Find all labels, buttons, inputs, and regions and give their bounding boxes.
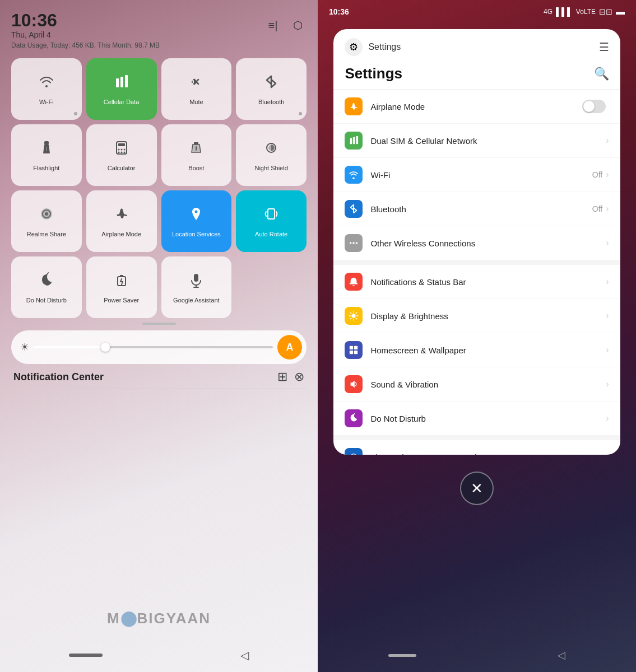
settings-search-icon[interactable]: 🔍	[594, 67, 609, 81]
settings-item-airplane-mode[interactable]: Airplane Mode	[333, 90, 620, 124]
tile-boost[interactable]: Boost	[161, 124, 232, 186]
tile-realme-share[interactable]: Realme Share	[11, 190, 82, 252]
svg-point-13	[123, 152, 125, 153]
settings-list: Airplane Mode Dual SIM & Cellular Networ…	[333, 90, 620, 455]
sound-label: Sound & Vibration	[370, 380, 606, 389]
svg-point-34	[350, 242, 352, 244]
airplane-mode-label: Airplane Mode	[370, 102, 582, 111]
back-button-right[interactable]: ◁	[558, 649, 565, 661]
scroll-indicator	[11, 323, 307, 325]
wifi-icon	[39, 74, 54, 94]
svg-point-35	[353, 242, 355, 244]
list-icon[interactable]: ≡|	[264, 16, 282, 34]
display-label: Display & Brightness	[370, 311, 606, 321]
svg-point-9	[120, 149, 122, 151]
brightness-slider[interactable]	[34, 346, 273, 348]
tile-airplane[interactable]: Airplane Mode	[86, 190, 157, 252]
tile-calculator[interactable]: Calculator	[86, 124, 157, 186]
settings-dot-icon[interactable]: ⬡	[289, 16, 307, 34]
dnd-chevron: ›	[606, 413, 609, 423]
tile-mute[interactable]: Mute	[161, 58, 232, 120]
signal-bars-icon: ▌▌▌	[556, 7, 573, 16]
calculator-icon	[114, 140, 129, 160]
tile-auto-rotate[interactable]: Auto Rotate	[236, 190, 307, 252]
settings-search-row: Settings 🔍	[333, 63, 620, 90]
settings-main-title: Settings	[345, 65, 402, 82]
tile-power-saver[interactable]: Power Saver	[86, 256, 157, 318]
tile-dnd[interactable]: Do Not Disturb	[11, 256, 82, 318]
tile-wifi[interactable]: Wi-Fi	[11, 58, 82, 120]
tile-dot	[74, 112, 77, 115]
close-icon: ✕	[471, 480, 483, 497]
auto-brightness-button[interactable]: A	[277, 335, 302, 360]
settings-item-homescreen[interactable]: Homescreen & Wallpaper ›	[333, 333, 620, 367]
wifi-setting-icon	[345, 166, 363, 184]
svg-rect-28	[194, 274, 198, 282]
data-usage-text: Data Usage, Today: 456 KB, This Month: 9…	[11, 41, 307, 49]
settings-item-display[interactable]: Display & Brightness ›	[333, 299, 620, 333]
tile-night-shield[interactable]: Night Shield	[236, 124, 307, 186]
night-shield-icon	[263, 140, 279, 160]
display-icon	[345, 307, 363, 325]
settings-item-dnd[interactable]: Do Not Disturb ›	[333, 402, 620, 436]
settings-item-fingerprint[interactable]: Fingerprint, Face & Passcode ›	[333, 440, 620, 455]
right-panel: 10:36 4G ▌▌▌ VoLTE ⊟⊡ ▬ ⚙ Settings ☰ Set…	[318, 0, 636, 672]
home-button-right[interactable]	[388, 654, 416, 657]
mute-label: Mute	[189, 98, 203, 106]
tile-location[interactable]: Location Services	[161, 190, 232, 252]
svg-rect-0	[116, 78, 119, 87]
tile-google-assistant[interactable]: Google Assistant	[161, 256, 232, 318]
boost-label: Boost	[188, 164, 204, 172]
back-button[interactable]: ◁	[240, 648, 249, 662]
fingerprint-label: Fingerprint, Face & Passcode	[370, 452, 606, 455]
notification-clear-icon[interactable]: ⊗	[294, 370, 304, 384]
power-saver-label: Power Saver	[104, 296, 139, 304]
svg-rect-31	[350, 138, 352, 144]
svg-rect-1	[120, 77, 123, 87]
bluetooth-icon	[263, 74, 279, 94]
svg-rect-33	[356, 136, 359, 144]
home-button[interactable]	[69, 654, 103, 657]
settings-item-wifi[interactable]: Wi-Fi Off ›	[333, 158, 620, 192]
settings-item-other-wireless[interactable]: Other Wireless Connections ›	[333, 226, 620, 260]
settings-item-bluetooth[interactable]: Bluetooth Off ›	[333, 192, 620, 226]
settings-gear-icon: ⚙	[345, 38, 363, 56]
mic-icon	[188, 272, 204, 292]
settings-menu-icon[interactable]: ☰	[599, 40, 609, 54]
svg-point-20	[45, 212, 48, 216]
bluetooth-status: Off	[592, 204, 602, 213]
quick-tiles-grid: Wi-Fi Cellular Data	[11, 58, 307, 318]
settings-item-sound[interactable]: Sound & Vibration ›	[333, 367, 620, 402]
calculator-label: Calculator	[108, 164, 136, 172]
settings-item-dual-sim[interactable]: Dual SIM & Cellular Network ›	[333, 124, 620, 158]
settings-header-left: ⚙ Settings	[345, 38, 401, 56]
location-label: Location Services	[172, 230, 221, 238]
settings-item-notifications[interactable]: Notifications & Status Bar ›	[333, 265, 620, 299]
section-divider-2	[333, 436, 620, 440]
dnd-label: Do Not Disturb	[26, 296, 67, 304]
settings-header-title: Settings	[368, 42, 401, 52]
dual-sim-label: Dual SIM & Cellular Network	[370, 136, 606, 146]
svg-rect-22	[268, 209, 275, 219]
homescreen-chevron: ›	[606, 345, 609, 355]
close-button[interactable]: ✕	[460, 472, 494, 505]
tile-flashlight[interactable]: Flashlight	[11, 124, 82, 186]
airplane-mode-toggle[interactable]	[582, 100, 606, 113]
tile-bluetooth[interactable]: Bluetooth	[236, 58, 307, 120]
other-wireless-chevron: ›	[606, 238, 609, 248]
vibrate-icon: ⊟⊡	[599, 7, 612, 16]
brightness-row[interactable]: ☀ A	[11, 330, 307, 364]
wifi-status: Off	[592, 170, 602, 179]
dnd-icon	[39, 272, 54, 292]
night-shield-label: Night Shield	[254, 164, 287, 172]
svg-point-21	[195, 211, 198, 213]
notification-actions: ⊞ ⊗	[277, 370, 304, 384]
svg-rect-24	[120, 275, 123, 277]
battery-icon: ▬	[616, 7, 625, 17]
sound-chevron: ›	[606, 379, 609, 389]
tile-cellular[interactable]: Cellular Data	[86, 58, 157, 120]
boost-icon	[188, 140, 204, 160]
notification-list-icon[interactable]: ⊞	[277, 370, 287, 384]
wifi-chevron: ›	[606, 170, 609, 180]
dual-sim-chevron: ›	[606, 136, 609, 146]
